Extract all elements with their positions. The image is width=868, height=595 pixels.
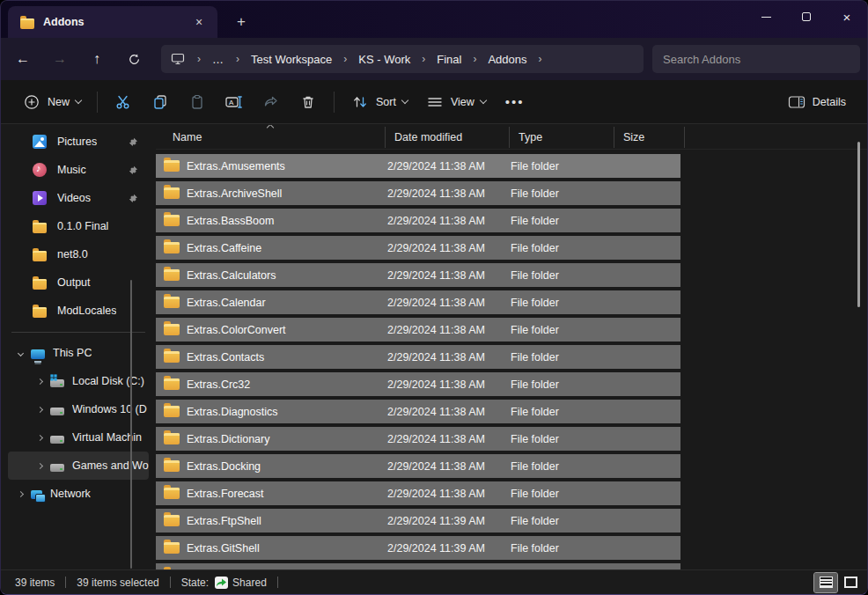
file-row[interactable]: Extras.HttpShell 2/29/2024 11:39 AM File… bbox=[156, 563, 680, 569]
folder-icon bbox=[164, 187, 180, 199]
expand-chevron-icon[interactable] bbox=[11, 351, 29, 356]
file-row[interactable]: Extras.BassBoom 2/29/2024 11:38 AM File … bbox=[156, 209, 680, 232]
breadcrumb-item[interactable]: KS - Work bbox=[355, 50, 414, 69]
folder-icon bbox=[164, 515, 180, 526]
expand-chevron-icon[interactable] bbox=[31, 464, 48, 468]
expand-chevron-icon[interactable] bbox=[11, 492, 29, 496]
file-row[interactable]: Extras.Calendar 2/29/2024 11:38 AM File … bbox=[156, 290, 680, 314]
tab-close-icon[interactable]: × bbox=[189, 12, 209, 32]
file-name: Extras.Diagnostics bbox=[187, 406, 387, 418]
file-row[interactable]: Extras.Amusements 2/29/2024 11:38 AM Fil… bbox=[156, 154, 680, 178]
details-view-icon bbox=[820, 577, 833, 588]
share-button[interactable] bbox=[253, 86, 290, 118]
copy-button[interactable] bbox=[142, 86, 179, 118]
file-row[interactable]: Extras.Crc32 2/29/2024 11:38 AM File fol… bbox=[156, 372, 680, 396]
file-row[interactable]: Extras.Calculators 2/29/2024 11:38 AM Fi… bbox=[156, 263, 680, 287]
file-type: File folder bbox=[511, 542, 614, 555]
cut-icon bbox=[114, 92, 133, 112]
tab-addons[interactable]: Addons × bbox=[8, 6, 217, 38]
new-tab-button[interactable]: + bbox=[228, 9, 254, 35]
file-list-scrollbar[interactable] bbox=[857, 142, 860, 307]
tree-item-icon bbox=[31, 490, 42, 499]
minimize-button[interactable] bbox=[746, 1, 786, 33]
column-header-type[interactable]: Type bbox=[510, 129, 614, 146]
back-button[interactable]: ← bbox=[8, 44, 38, 74]
file-row[interactable]: Extras.ArchiveShell 2/29/2024 11:38 AM F… bbox=[156, 181, 680, 205]
new-button[interactable]: New bbox=[13, 86, 90, 118]
command-toolbar: New bbox=[1, 80, 867, 124]
expand-chevron-icon[interactable] bbox=[31, 379, 48, 384]
details-button[interactable]: Details bbox=[778, 86, 855, 118]
file-row[interactable]: Extras.Forecast 2/29/2024 11:38 AM File … bbox=[156, 481, 680, 505]
file-type: File folder bbox=[511, 187, 614, 200]
sidebar-item[interactable]: Music bbox=[8, 156, 149, 184]
file-row[interactable]: Extras.Diagnostics 2/29/2024 11:38 AM Fi… bbox=[156, 400, 680, 423]
paste-button[interactable] bbox=[179, 86, 216, 118]
view-button[interactable]: View bbox=[416, 86, 495, 118]
sidebar-item-icon bbox=[33, 279, 47, 290]
file-type: File folder bbox=[511, 515, 614, 527]
this-pc-icon[interactable] bbox=[166, 53, 189, 65]
expand-chevron-icon[interactable] bbox=[31, 408, 48, 412]
forward-button[interactable]: → bbox=[45, 44, 75, 74]
shared-state-icon bbox=[215, 577, 228, 589]
breadcrumb-overflow[interactable]: … bbox=[209, 50, 228, 69]
sort-icon bbox=[350, 92, 370, 112]
file-type: File folder bbox=[511, 351, 614, 364]
toolbar-divider bbox=[97, 92, 98, 113]
tree-item[interactable]: Games and Wo bbox=[8, 452, 149, 480]
file-name: Extras.BassBoom bbox=[187, 215, 387, 227]
paste-icon bbox=[188, 92, 207, 112]
column-header-date[interactable]: Date modified bbox=[386, 129, 510, 146]
close-button[interactable]: × bbox=[827, 1, 867, 33]
file-row[interactable]: Extras.Caffeine 2/29/2024 11:38 AM File … bbox=[156, 236, 680, 260]
details-view-toggle[interactable] bbox=[814, 573, 837, 592]
file-type: File folder bbox=[511, 242, 614, 254]
sidebar-item[interactable]: ModLocales bbox=[8, 297, 149, 325]
search-input[interactable] bbox=[663, 53, 850, 66]
file-name: Extras.GitShell bbox=[187, 542, 387, 555]
tree-item[interactable]: Local Disk (C:) bbox=[8, 367, 149, 395]
file-row[interactable]: Extras.ColorConvert 2/29/2024 11:38 AM F… bbox=[156, 318, 680, 342]
column-header-name[interactable]: Name bbox=[156, 129, 386, 146]
sidebar-scrollbar[interactable] bbox=[130, 280, 132, 569]
file-date-modified: 2/29/2024 11:38 AM bbox=[387, 297, 511, 309]
sidebar-item[interactable]: 0.1.0 Final bbox=[8, 212, 149, 240]
tree-item[interactable]: This PC bbox=[8, 339, 149, 367]
breadcrumb-item[interactable]: Test Workspace bbox=[247, 50, 335, 69]
file-type: File folder bbox=[511, 378, 614, 391]
items-count: 39 items bbox=[15, 577, 55, 589]
file-date-modified: 2/29/2024 11:38 AM bbox=[387, 488, 511, 500]
sidebar-item-icon bbox=[33, 223, 47, 233]
icons-view-toggle[interactable] bbox=[839, 573, 862, 592]
sidebar-item[interactable]: Videos bbox=[8, 184, 149, 212]
column-header-size[interactable]: Size bbox=[614, 129, 685, 146]
file-name: Extras.Forecast bbox=[187, 488, 387, 500]
file-row[interactable]: Extras.Docking 2/29/2024 11:38 AM File f… bbox=[156, 454, 680, 478]
breadcrumb-item[interactable]: Addons bbox=[484, 50, 530, 69]
refresh-button[interactable] bbox=[119, 44, 149, 74]
sort-button[interactable]: Sort bbox=[342, 86, 416, 118]
file-row[interactable]: Extras.Contacts 2/29/2024 11:38 AM File … bbox=[156, 345, 680, 369]
search-box[interactable] bbox=[652, 45, 860, 73]
delete-button[interactable] bbox=[290, 86, 327, 118]
maximize-button[interactable] bbox=[786, 1, 827, 33]
see-more-button[interactable]: ••• bbox=[495, 94, 535, 109]
chevron-down-icon bbox=[75, 97, 82, 104]
file-row[interactable]: Extras.Dictionary 2/29/2024 11:38 AM Fil… bbox=[156, 427, 680, 451]
sidebar-item[interactable]: Output bbox=[8, 268, 149, 297]
sidebar-item[interactable]: Pictures bbox=[8, 128, 149, 156]
rename-button[interactable]: A bbox=[216, 86, 253, 118]
tree-item[interactable]: Windows 10 (D bbox=[8, 395, 149, 423]
expand-chevron-icon[interactable] bbox=[31, 436, 48, 440]
up-button[interactable]: ↑ bbox=[82, 44, 112, 74]
cut-button[interactable] bbox=[105, 86, 142, 118]
file-row[interactable]: Extras.GitShell 2/29/2024 11:39 AM File … bbox=[156, 536, 680, 560]
tree-item[interactable]: Network bbox=[8, 480, 149, 508]
tree-item[interactable]: Virtual Machin bbox=[8, 423, 149, 452]
breadcrumb-item[interactable]: Final bbox=[433, 50, 465, 69]
tree-item-icon bbox=[50, 436, 64, 444]
status-divider bbox=[277, 577, 278, 588]
sidebar-item[interactable]: net8.0 bbox=[8, 240, 149, 268]
file-row[interactable]: Extras.FtpShell 2/29/2024 11:39 AM File … bbox=[156, 509, 680, 533]
